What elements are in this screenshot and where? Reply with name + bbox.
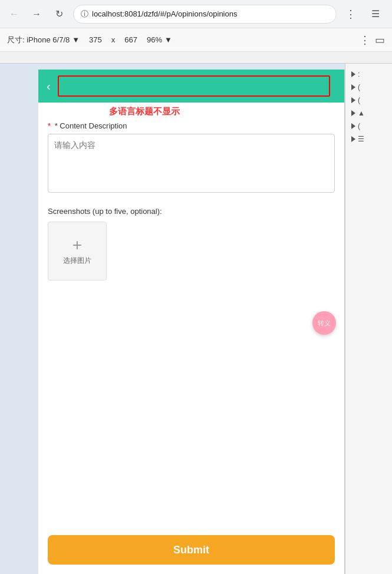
panel-label-6: ☰ — [358, 135, 364, 143]
content-label: * * Content Description — [48, 121, 335, 130]
zoom-value: 96% — [147, 35, 162, 44]
width-value: 375 — [89, 35, 102, 44]
height-value: 667 — [124, 35, 137, 44]
panel-item-5[interactable]: ( — [349, 120, 363, 132]
expand-icon-5 — [351, 123, 355, 129]
address-bar[interactable]: ⓘ localhost:8081/dzfd/#/pA/opinions/opin… — [73, 5, 337, 24]
device-toolbar: 尺寸: iPhone 6/7/8 ▼ 375 x 667 96% ▼ ⋮ ▭ — [0, 28, 392, 52]
dimension-x: x — [111, 35, 116, 44]
content-area: ‹ 多语言标题不显示 转义 * * Content Description Sc… — [0, 64, 392, 574]
form-area: * * Content Description Screenshots (up … — [38, 114, 344, 288]
zoom-selector[interactable]: 96% ▼ — [147, 35, 172, 44]
screenshots-label: Screenshots (up to five, optional): — [48, 207, 335, 216]
panel-item-4[interactable]: ▲ — [349, 107, 367, 119]
panel-item-3[interactable]: ( — [349, 94, 363, 106]
expand-icon-2 — [351, 84, 355, 90]
panel-label-1: : — [358, 70, 360, 78]
panel-item-6[interactable]: ☰ — [349, 133, 367, 145]
image-picker[interactable]: + 选择图片 — [48, 222, 107, 281]
header-title-box — [58, 75, 330, 97]
panel-items: : ( ( ▲ ( ☰ — [349, 68, 388, 145]
device-selector[interactable]: 尺寸: iPhone 6/7/8 ▼ — [7, 35, 80, 45]
panel-label-2: ( — [358, 83, 360, 91]
expand-icon-1 — [351, 71, 355, 77]
browser-toolbar: ← → ↻ ⓘ localhost:8081/dzfd/#/pA/opinion… — [0, 0, 392, 28]
warning-text: 多语言标题不显示 — [109, 106, 180, 117]
devtools-toggle-button[interactable]: ☰ — [365, 4, 386, 25]
device-toolbar-actions: ⋮ ▭ — [360, 34, 385, 47]
forward-button[interactable]: → — [28, 6, 45, 22]
content-textarea[interactable] — [48, 134, 335, 193]
panel-item-1[interactable]: : — [349, 68, 362, 80]
back-button[interactable]: ‹ — [47, 80, 51, 93]
panel-item-2[interactable]: ( — [349, 81, 363, 93]
url-text: localhost:8081/dzfd/#/pA/opinions/opinio… — [92, 9, 237, 18]
ruler — [0, 52, 392, 64]
phone-frame: ‹ 多语言标题不显示 转义 * * Content Description Sc… — [38, 70, 345, 574]
zoom-dropdown-icon: ▼ — [164, 35, 172, 44]
device-dropdown-icon: ▼ — [72, 35, 80, 44]
browser-chrome: ← → ↻ ⓘ localhost:8081/dzfd/#/pA/opinion… — [0, 0, 392, 64]
more-options-icon[interactable]: ⋮ — [360, 34, 370, 47]
app-header: ‹ — [38, 70, 344, 103]
device-name-label: 尺寸: iPhone 6/7/8 — [7, 35, 70, 45]
add-image-icon: + — [73, 237, 82, 253]
expand-icon-4 — [351, 110, 355, 116]
translate-fab[interactable]: 转义 — [312, 311, 336, 335]
expand-icon-6 — [351, 136, 355, 142]
required-indicator: * — [48, 121, 51, 130]
expand-icon-3 — [351, 97, 355, 103]
image-picker-label: 选择图片 — [63, 256, 91, 266]
back-button[interactable]: ← — [6, 6, 22, 22]
browser-menu-button[interactable]: ⋮ — [342, 6, 359, 22]
panel-label-4: ▲ — [358, 109, 365, 117]
right-panel: : ( ( ▲ ( ☰ — [345, 64, 392, 574]
panel-label-5: ( — [358, 122, 360, 130]
panel-label-3: ( — [358, 96, 360, 104]
reload-button[interactable]: ↻ — [51, 6, 67, 22]
secure-icon: ⓘ — [81, 9, 88, 19]
submit-button[interactable]: Submit — [48, 535, 335, 565]
layout-icon[interactable]: ▭ — [375, 34, 385, 47]
